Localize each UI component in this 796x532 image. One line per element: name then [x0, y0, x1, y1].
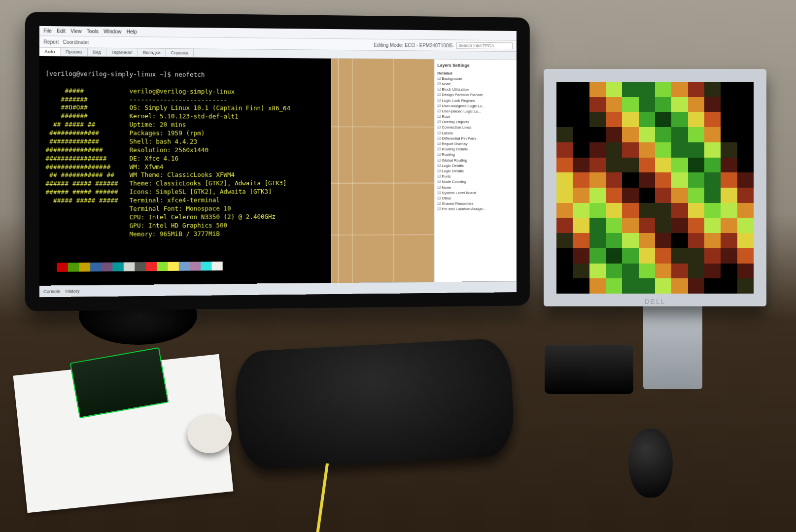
- mosaic-cell: [737, 142, 754, 158]
- menu-file[interactable]: File: [43, 28, 52, 33]
- menu-help[interactable]: Help: [127, 29, 137, 34]
- mosaic-cell: [688, 172, 704, 188]
- tab-help[interactable]: Справка: [166, 49, 194, 57]
- mosaic-cell: [606, 218, 622, 233]
- mosaic-cell: [606, 127, 622, 142]
- tab-tabs[interactable]: Вкладки: [138, 48, 166, 57]
- layer-item[interactable]: Other: [437, 196, 514, 201]
- taskbar-console[interactable]: Console: [43, 289, 60, 294]
- layer-item[interactable]: Block Utilization: [437, 87, 514, 93]
- layer-item[interactable]: Labels: [437, 130, 514, 135]
- swatch: [79, 263, 90, 271]
- mosaic-cell: [606, 82, 622, 97]
- mosaic-cell: [573, 158, 589, 173]
- mosaic-cell: [556, 218, 573, 233]
- mosaic-cell: [556, 142, 573, 158]
- mosaic-cell: [737, 112, 754, 127]
- mosaic-cell: [721, 127, 737, 142]
- mosaic-cell: [639, 188, 655, 203]
- mosaic-cell: [688, 233, 704, 248]
- layer-item[interactable]: Pin and Location Assign...: [437, 206, 514, 212]
- tab-view1[interactable]: Просмо: [61, 48, 88, 56]
- mosaic-cell: [671, 233, 688, 248]
- mosaic-cell: [737, 127, 754, 142]
- layer-item[interactable]: Differential Pin Pairs: [437, 135, 514, 141]
- layer-item[interactable]: Logic Details: [437, 163, 514, 168]
- mosaic-cell: [721, 172, 737, 188]
- layer-item[interactable]: None: [437, 185, 514, 190]
- mosaic-cell: [556, 278, 573, 294]
- terminal-pane[interactable]: [verilog@verilog-simply-linux ~]$ neofet…: [39, 56, 331, 287]
- mosaic-cell: [688, 142, 704, 158]
- menu-window[interactable]: Window: [104, 29, 121, 34]
- swatch: [90, 263, 102, 271]
- mosaic-cell: [589, 264, 606, 279]
- mosaic-cell: [737, 188, 754, 203]
- layer-item[interactable]: None: [437, 81, 514, 87]
- layer-item[interactable]: System Level Board: [437, 190, 514, 196]
- layer-item[interactable]: Routing: [437, 152, 514, 158]
- layer-item[interactable]: User-assigned Logic Lo...: [437, 103, 514, 109]
- layer-item[interactable]: Design Partition Planner: [437, 92, 514, 98]
- mosaic-cell: [671, 82, 688, 97]
- mosaic-cell: [622, 233, 638, 248]
- layer-item[interactable]: Overlay Objects: [437, 119, 514, 125]
- mosaic-cell: [606, 233, 622, 248]
- layer-item[interactable]: Logic Details: [437, 168, 514, 174]
- tab-terminal[interactable]: Терминал: [106, 48, 138, 57]
- mosaic-cell: [622, 248, 638, 264]
- mosaic-cell: [721, 278, 737, 294]
- layer-item[interactable]: Logic Lock Regions: [437, 98, 514, 103]
- mosaic-cell: [606, 158, 622, 173]
- mosaic-cell: [589, 82, 606, 97]
- mosaic-cell: [556, 248, 573, 264]
- layer-item[interactable]: Global Routing: [437, 158, 514, 163]
- menu-tools[interactable]: Tools: [87, 29, 99, 34]
- layer-item[interactable]: User-placed Logic Lo...: [437, 108, 514, 114]
- mosaic-cell: [671, 188, 688, 203]
- mosaic-cell: [688, 264, 704, 279]
- mosaic-cell: [622, 158, 638, 173]
- mosaic-cell: [556, 97, 573, 112]
- mosaic-cell: [721, 233, 737, 248]
- mosaic-cell: [655, 218, 671, 233]
- toolbar-report[interactable]: Report: [43, 39, 59, 44]
- mosaic-cell: [589, 233, 606, 248]
- menu-view[interactable]: View: [70, 29, 81, 34]
- mosaic-cell: [589, 142, 606, 158]
- layer-item[interactable]: Report Overlay: [437, 141, 514, 147]
- vga-test-pattern: [556, 82, 754, 294]
- menu-edit[interactable]: Edit: [57, 28, 66, 33]
- mosaic-cell: [655, 158, 671, 173]
- mosaic-cell: [655, 188, 671, 203]
- mosaic-cell: [671, 264, 688, 279]
- mosaic-cell: [573, 112, 589, 127]
- mosaic-cell: [737, 203, 754, 218]
- mosaic-cell: [622, 218, 638, 233]
- tab-auto[interactable]: Auto: [39, 48, 61, 56]
- mosaic-cell: [622, 264, 638, 279]
- chip-planner-canvas[interactable]: [331, 59, 434, 284]
- tab-view2[interactable]: Вид: [88, 48, 106, 57]
- mosaic-cell: [721, 142, 737, 158]
- mosaic-cell: [721, 203, 737, 218]
- mosaic-cell: [622, 142, 638, 158]
- neofetch-ascii: ##### verilog@verilog-simply-linux #####…: [45, 87, 290, 238]
- mosaic-cell: [721, 188, 737, 203]
- mosaic-cell: [721, 248, 737, 264]
- mosaic-cell: [671, 142, 688, 158]
- layer-item[interactable]: Routing Details: [437, 147, 514, 152]
- layer-item[interactable]: Ports: [437, 174, 514, 179]
- taskbar-history[interactable]: History: [66, 289, 80, 294]
- layers-section: Detailed: [437, 71, 452, 75]
- layer-item[interactable]: Connection Lines: [437, 125, 514, 130]
- layer-item[interactable]: Node Coloring: [437, 179, 514, 185]
- layer-item[interactable]: Root: [437, 114, 514, 120]
- mosaic-cell: [671, 218, 688, 233]
- layer-item[interactable]: Shared Resources: [437, 201, 514, 207]
- mosaic-cell: [704, 218, 721, 233]
- mosaic-cell: [704, 233, 721, 248]
- mosaic-cell: [606, 248, 622, 264]
- search-input[interactable]: [456, 42, 513, 49]
- mosaic-cell: [671, 158, 688, 173]
